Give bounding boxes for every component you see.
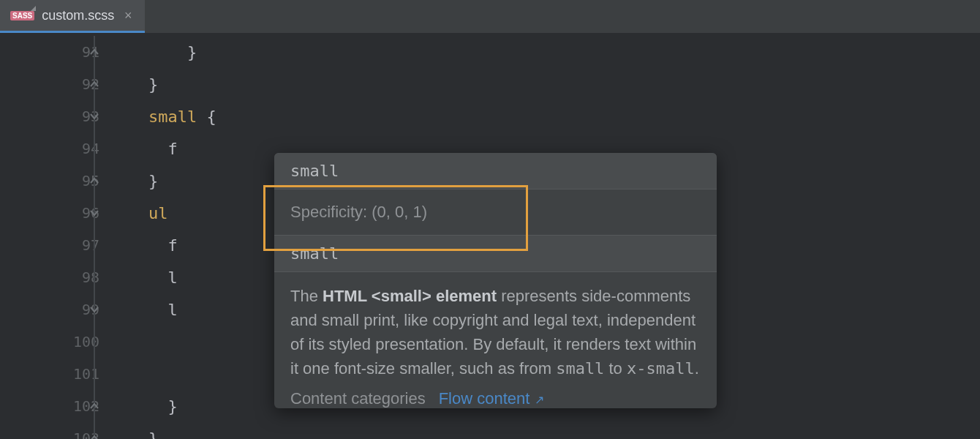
line-number: 94 <box>56 140 99 157</box>
popup-code: small <box>556 359 604 378</box>
gutter-row: 100 <box>0 326 110 358</box>
gutter: 919293949596979899100101102103 <box>0 33 110 439</box>
gutter-row: 97 <box>0 229 110 261</box>
popup-footer-label: Content categories <box>290 389 426 408</box>
gutter-row: 91 <box>0 36 110 68</box>
close-tab-button[interactable]: × <box>121 8 135 23</box>
line-number: 97 <box>56 236 99 254</box>
gutter-row: 94 <box>0 132 110 165</box>
fold-end-icon[interactable] <box>88 78 101 91</box>
code-line[interactable]: } <box>110 422 980 439</box>
fold-start-icon[interactable] <box>88 110 101 123</box>
gutter-row: 101 <box>0 358 110 390</box>
popup-specificity: Specificity: (0, 0, 1) <box>274 190 717 236</box>
popup-code: x-small <box>627 359 695 378</box>
popup-text: The <box>290 287 323 305</box>
gutter-row: 102 <box>0 390 110 422</box>
gutter-row: 92 <box>0 68 110 100</box>
file-tab[interactable]: SASS custom.scss × <box>0 0 145 33</box>
gutter-row: 93 <box>0 100 110 132</box>
line-number: 100 <box>56 333 99 350</box>
code-area[interactable]: } } small { f } ul f l l } } small Speci… <box>110 33 980 439</box>
fold-end-icon[interactable] <box>88 399 101 413</box>
code-line[interactable]: } <box>110 36 980 68</box>
sass-file-icon: SASS <box>10 11 34 20</box>
gutter-row: 103 <box>0 422 110 439</box>
gutter-row: 98 <box>0 261 110 293</box>
fold-end-icon[interactable] <box>88 432 101 439</box>
popup-element-header: small <box>274 236 717 272</box>
external-link-icon: ↗ <box>535 394 544 406</box>
tab-bar: SASS custom.scss × <box>0 0 980 33</box>
line-number: 101 <box>56 365 99 383</box>
popup-selector-header: small <box>274 153 717 190</box>
popup-bold: HTML <small> element <box>323 287 497 305</box>
gutter-row: 96 <box>0 197 110 229</box>
tab-title: custom.scss <box>42 8 114 23</box>
popup-footer: Content categories Flow content ↗ <box>274 386 717 408</box>
line-number: 98 <box>56 269 99 286</box>
fold-start-icon[interactable] <box>88 303 101 316</box>
gutter-row: 99 <box>0 293 110 326</box>
flow-content-link[interactable]: Flow content ↗ <box>439 389 544 408</box>
popup-text: . <box>695 359 699 378</box>
gutter-row: 95 <box>0 165 110 197</box>
popup-text: to <box>604 359 627 378</box>
editor: 919293949596979899100101102103 } } small… <box>0 33 980 439</box>
fold-end-icon[interactable] <box>88 45 101 59</box>
link-text: Flow content <box>439 389 530 408</box>
fold-start-icon[interactable] <box>88 206 101 220</box>
code-line[interactable]: } <box>110 68 980 100</box>
popup-description: The HTML <small> element represents side… <box>274 272 717 386</box>
code-line[interactable]: small { <box>110 100 980 132</box>
fold-end-icon[interactable] <box>88 174 101 187</box>
documentation-popup: small Specificity: (0, 0, 1) small The H… <box>274 153 717 408</box>
